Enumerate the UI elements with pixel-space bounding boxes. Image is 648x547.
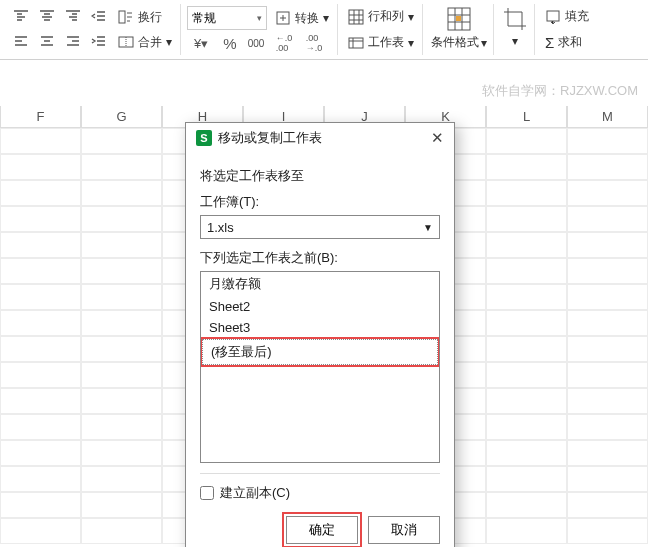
cell[interactable] — [81, 336, 162, 362]
workbook-select[interactable]: 1.xls ▼ — [200, 215, 440, 239]
cell[interactable] — [567, 206, 648, 232]
cell[interactable] — [81, 258, 162, 284]
cell[interactable] — [0, 336, 81, 362]
column-header[interactable]: F — [0, 106, 81, 128]
thousands-button[interactable]: 000 — [245, 32, 267, 54]
cell[interactable] — [486, 232, 567, 258]
ok-button[interactable]: 确定 — [286, 516, 358, 544]
cell[interactable] — [81, 362, 162, 388]
copy-checkbox[interactable] — [200, 486, 214, 500]
cell[interactable] — [486, 310, 567, 336]
cancel-button[interactable]: 取消 — [368, 516, 440, 544]
cell[interactable] — [0, 154, 81, 180]
cell[interactable] — [567, 336, 648, 362]
worksheet-button[interactable]: 工作表▾ — [344, 32, 418, 53]
cell[interactable] — [81, 492, 162, 518]
column-header[interactable]: G — [81, 106, 162, 128]
cell[interactable] — [0, 440, 81, 466]
align-right-icon[interactable] — [62, 31, 84, 53]
cell[interactable] — [486, 336, 567, 362]
cell[interactable] — [486, 466, 567, 492]
cell[interactable] — [81, 414, 162, 440]
cell[interactable] — [486, 154, 567, 180]
column-header[interactable]: L — [486, 106, 567, 128]
cell[interactable] — [81, 440, 162, 466]
sum-button[interactable]: Σ求和 — [541, 32, 586, 53]
cell[interactable] — [0, 492, 81, 518]
list-item[interactable]: Sheet3 — [201, 317, 439, 338]
wrap-text-button[interactable]: 换行 — [114, 7, 166, 28]
cell[interactable] — [486, 258, 567, 284]
merge-button[interactable]: 合并▾ — [114, 32, 176, 53]
cell[interactable] — [567, 466, 648, 492]
cell[interactable] — [0, 232, 81, 258]
cell[interactable] — [486, 414, 567, 440]
cell[interactable] — [567, 128, 648, 154]
cell[interactable] — [81, 388, 162, 414]
indent-decrease-icon[interactable] — [88, 6, 110, 28]
cell[interactable] — [81, 232, 162, 258]
list-item[interactable]: (移至最后) — [202, 339, 438, 365]
list-item[interactable]: Sheet2 — [201, 296, 439, 317]
cell[interactable] — [567, 414, 648, 440]
number-format-select[interactable]: 常规▾ — [187, 6, 267, 30]
cell[interactable] — [0, 180, 81, 206]
cell[interactable] — [567, 232, 648, 258]
align-bottom-icon[interactable] — [62, 6, 84, 28]
cell[interactable] — [567, 362, 648, 388]
cell[interactable] — [0, 258, 81, 284]
cell[interactable] — [567, 258, 648, 284]
align-middle-icon[interactable] — [36, 6, 58, 28]
cell[interactable] — [81, 518, 162, 544]
cell[interactable] — [0, 206, 81, 232]
decimal-decrease-button[interactable]: .00→.0 — [301, 32, 327, 54]
cell[interactable] — [567, 440, 648, 466]
cell[interactable] — [486, 518, 567, 544]
cell[interactable] — [0, 128, 81, 154]
close-icon[interactable]: ✕ — [431, 129, 444, 147]
convert-button[interactable]: 转换▾ — [271, 8, 333, 29]
cell[interactable] — [81, 180, 162, 206]
cell[interactable] — [567, 388, 648, 414]
align-left-icon[interactable] — [10, 31, 32, 53]
cell[interactable] — [81, 128, 162, 154]
cell[interactable] — [0, 284, 81, 310]
cell[interactable] — [567, 180, 648, 206]
fill-button[interactable]: 填充 — [541, 6, 593, 27]
cell[interactable] — [486, 492, 567, 518]
indent-increase-icon[interactable] — [88, 31, 110, 53]
cell[interactable] — [486, 180, 567, 206]
cell[interactable] — [81, 284, 162, 310]
cell[interactable] — [81, 154, 162, 180]
cell[interactable] — [486, 206, 567, 232]
rows-cols-button[interactable]: 行和列▾ — [344, 6, 418, 27]
cell[interactable] — [567, 310, 648, 336]
cell[interactable] — [0, 414, 81, 440]
cell[interactable] — [0, 466, 81, 492]
percent-button[interactable]: % — [219, 32, 241, 54]
cell[interactable] — [486, 440, 567, 466]
align-top-icon[interactable] — [10, 6, 32, 28]
cell[interactable] — [0, 310, 81, 336]
cell[interactable] — [486, 284, 567, 310]
cell[interactable] — [486, 388, 567, 414]
list-item[interactable]: 月缴存额 — [201, 272, 439, 296]
cell[interactable] — [81, 206, 162, 232]
cell[interactable] — [0, 362, 81, 388]
cell[interactable] — [0, 518, 81, 544]
sheet-list[interactable]: 月缴存额Sheet2Sheet3(移至最后) — [200, 271, 440, 463]
crop-button[interactable]: ▾ — [496, 4, 535, 55]
cell[interactable] — [486, 362, 567, 388]
column-header[interactable]: M — [567, 106, 648, 128]
cell[interactable] — [567, 284, 648, 310]
cell[interactable] — [567, 518, 648, 544]
cell[interactable] — [486, 128, 567, 154]
align-center-icon[interactable] — [36, 31, 58, 53]
cell[interactable] — [81, 310, 162, 336]
currency-button[interactable]: ¥▾ — [187, 32, 215, 54]
decimal-increase-button[interactable]: ←.0.00 — [271, 32, 297, 54]
cell[interactable] — [567, 154, 648, 180]
conditional-format-button[interactable]: 条件格式▾ — [425, 4, 494, 55]
cell[interactable] — [0, 388, 81, 414]
cell[interactable] — [81, 466, 162, 492]
